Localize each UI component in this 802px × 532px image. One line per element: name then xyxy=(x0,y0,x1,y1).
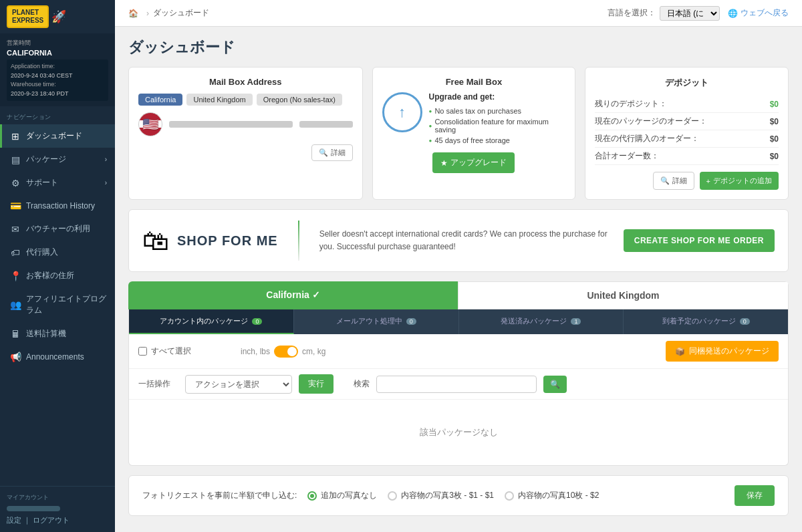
web-back-button[interactable]: 🌐 ウェブへ戻る xyxy=(728,7,789,19)
save-button[interactable]: 保存 xyxy=(734,485,775,506)
topbar-right: 言語を選択： 日本語 (に English 🌐 ウェブへ戻る xyxy=(608,6,789,21)
sidebar-item-transaction[interactable]: 💳 Transaction History xyxy=(0,194,115,217)
address-row: 🇺🇸 xyxy=(138,112,353,136)
shop-for-me-title: SHOP FOR ME xyxy=(177,233,278,249)
batch-shipment-button[interactable]: 📦 同梱発送のパッケージ xyxy=(666,341,779,362)
upgrade-label: Upgrade and get: xyxy=(429,92,566,102)
sidebar-item-packages[interactable]: ▤ パッケージ › xyxy=(0,148,115,171)
sidebar-item-affiliate[interactable]: 👥 アフィリエイトプログラム xyxy=(0,287,115,322)
photo-request-footer: フォトリクエストを事前に半額で申し込む: 追加の写真なし 内容物の写真3枚 - … xyxy=(128,475,789,516)
packages-area: アカウント内のパッケージ 0 メールアウト処理中 0 発送済みパッケージ 1 到… xyxy=(128,309,789,466)
pkg-tab-0[interactable]: アカウント内のパッケージ 0 xyxy=(129,309,294,334)
sidebar-item-support[interactable]: ⚙ サポート › xyxy=(0,171,115,194)
upgrade-list: ●No sales tax on purchases ●Consolidatio… xyxy=(429,106,566,146)
address-icon: 📍 xyxy=(10,271,21,281)
deposit-amount-4: $0 xyxy=(770,152,779,161)
deposit-card: デポジット 残りのデポジット： $0 現在のパッケージのオーダー： $0 現在の… xyxy=(585,67,789,200)
logo-area[interactable]: PLANET EXPRESS 🚀 xyxy=(0,0,115,33)
pr-radio-3[interactable] xyxy=(505,491,514,501)
mailbox-card-title: Mail Box Address xyxy=(138,77,353,87)
search-label: 検索 xyxy=(354,378,370,390)
deposit-add-button[interactable]: + デポジットの追加 xyxy=(700,172,779,190)
pkg-tab-3[interactable]: 到着予定のパッケージ 0 xyxy=(624,309,788,334)
shop-icon-area: 🛍 SHOP FOR ME xyxy=(142,226,278,256)
upgrade-button[interactable]: ★ アップグレード xyxy=(432,152,515,173)
sidebar-item-announcements[interactable]: 📢 Announcements xyxy=(0,346,115,368)
deposit-detail-button[interactable]: 🔍 詳細 xyxy=(653,172,694,190)
pkg-controls: すべて選択 inch, lbs cm, kg 📦 同梱発送のパッケージ xyxy=(129,334,788,369)
breadcrumb-sep: › xyxy=(146,9,149,18)
create-shop-for-me-button[interactable]: CREATE SHOP FOR ME ORDER xyxy=(624,229,775,252)
main: 🏠 › ダッシュボード 言語を選択： 日本語 (に English 🌐 ウェブへ… xyxy=(115,0,802,532)
transaction-icon: 💳 xyxy=(10,201,21,211)
pr-radio-1[interactable] xyxy=(307,491,317,501)
sidebar-item-shipping-calc[interactable]: 🖩 送料計算機 xyxy=(0,322,115,346)
package-icon: 📦 xyxy=(675,347,685,356)
pr-option-1[interactable]: 追加の写真なし xyxy=(307,490,377,501)
logo-icon: 🚀 xyxy=(51,9,66,24)
settings-link[interactable]: 設定 xyxy=(7,516,21,524)
pr-radio-2[interactable] xyxy=(388,491,397,501)
home-icon[interactable]: 🏠 xyxy=(128,9,138,18)
no-packages: 該当パッケージなし xyxy=(129,400,788,465)
sidebar-item-address[interactable]: 📍 お客様の住所 xyxy=(0,264,115,287)
tab-california[interactable]: California xyxy=(138,94,182,106)
sidebar-item-proxy[interactable]: 🏷 代行購入 xyxy=(0,241,115,264)
bullet-icon: ● xyxy=(429,123,432,129)
user-avatar-bar xyxy=(7,506,60,511)
select-all-checkbox[interactable] xyxy=(138,347,147,356)
bullet-icon: ● xyxy=(429,138,432,144)
search-icon: 🔍 xyxy=(660,176,670,185)
mailbox-details-button[interactable]: 🔍 詳細 xyxy=(311,144,353,161)
deposit-row-3: 現在の代行購入のオーダー： $0 xyxy=(595,130,779,148)
pr-option-2[interactable]: 内容物の写真3枚 - $1 - $1 xyxy=(388,490,494,501)
breadcrumb: ダッシュボード xyxy=(153,7,209,19)
sidebar-item-voucher[interactable]: ✉ バウチャーの利用 xyxy=(0,217,115,241)
pr-option-3[interactable]: 内容物の写真10枚 - $2 xyxy=(505,490,599,501)
execute-button[interactable]: 実行 xyxy=(299,374,333,394)
mailbox-tab-buttons: California United Kingdom Oregon (No sal… xyxy=(138,94,353,106)
content: ダッシュボード Mail Box Address California Unit… xyxy=(115,27,802,532)
upgrade-icon: ↑ xyxy=(382,92,422,132)
pkg-badge-2: 1 xyxy=(571,318,581,325)
sidebar-bottom: マイアカウント 設定 ｜ ログアウト xyxy=(0,486,115,532)
bulk-actions-row: 一括操作 アクションを選択 実行 検索 🔍 xyxy=(129,369,788,400)
pkg-sub-tabs: アカウント内のパッケージ 0 メールアウト処理中 0 発送済みパッケージ 1 到… xyxy=(129,309,788,334)
us-flag: 🇺🇸 xyxy=(138,112,162,136)
shipping-calc-icon: 🖩 xyxy=(10,329,21,340)
pkg-badge-3: 0 xyxy=(740,318,750,325)
logo[interactable]: PLANET EXPRESS xyxy=(7,5,49,28)
pkg-tab-1[interactable]: メールアウト処理中 0 xyxy=(294,309,459,334)
tab-uk[interactable]: United Kingdom xyxy=(186,94,252,106)
star-icon: ★ xyxy=(440,158,448,168)
proxy-icon: 🏷 xyxy=(10,247,21,258)
search-input[interactable] xyxy=(376,376,537,393)
deposit-row-1: 残りのデポジット： $0 xyxy=(595,96,779,113)
bulk-actions-select[interactable]: アクションを選択 xyxy=(185,375,292,394)
biz-hours: 営業時間 CALIFORNIA Application time: 2020-9… xyxy=(0,33,115,106)
free-mailbox-card: Free Mail Box ↑ Upgrade and get: ●No sal… xyxy=(372,67,576,200)
tab-oregon[interactable]: Oregon (No sales-tax) xyxy=(257,94,342,106)
lang-select[interactable]: 日本語 (に English xyxy=(660,6,720,21)
loc-tab-uk[interactable]: United Kingdom xyxy=(458,281,789,309)
loc-tab-california[interactable]: California ✓ xyxy=(128,281,458,309)
pkg-badge-1: 0 xyxy=(406,318,416,325)
pkg-badge-0: 0 xyxy=(252,318,262,325)
pkg-tab-2[interactable]: 発送済みパッケージ 1 xyxy=(459,309,624,334)
deposit-amount-1: $0 xyxy=(770,100,779,109)
upgrade-text: Upgrade and get: ●No sales tax on purcha… xyxy=(429,92,566,146)
upgrade-content: ↑ Upgrade and get: ●No sales tax on purc… xyxy=(382,92,566,146)
search-button[interactable]: 🔍 xyxy=(543,376,567,393)
topbar-left: 🏠 › ダッシュボード xyxy=(128,7,209,19)
deposit-row-4: 合計オーダー数： $0 xyxy=(595,148,779,165)
unit-toggle-switch[interactable] xyxy=(274,346,298,358)
time-box: Application time: 2020-9-24 03:40 CEST W… xyxy=(7,59,108,101)
page-title: ダッシュボード xyxy=(128,37,789,57)
sidebar-item-dashboard[interactable]: ⊞ ダッシュボード xyxy=(0,124,115,148)
unit-toggle: inch, lbs cm, kg xyxy=(241,346,325,358)
free-mailbox-title: Free Mail Box xyxy=(382,77,566,87)
shop-for-me-desc: Seller doesn't accept international cred… xyxy=(319,228,610,253)
search-icon: 🔍 xyxy=(319,148,328,157)
location-tabs: California ✓ United Kingdom xyxy=(128,281,789,309)
logout-link[interactable]: ログアウト xyxy=(33,516,70,524)
